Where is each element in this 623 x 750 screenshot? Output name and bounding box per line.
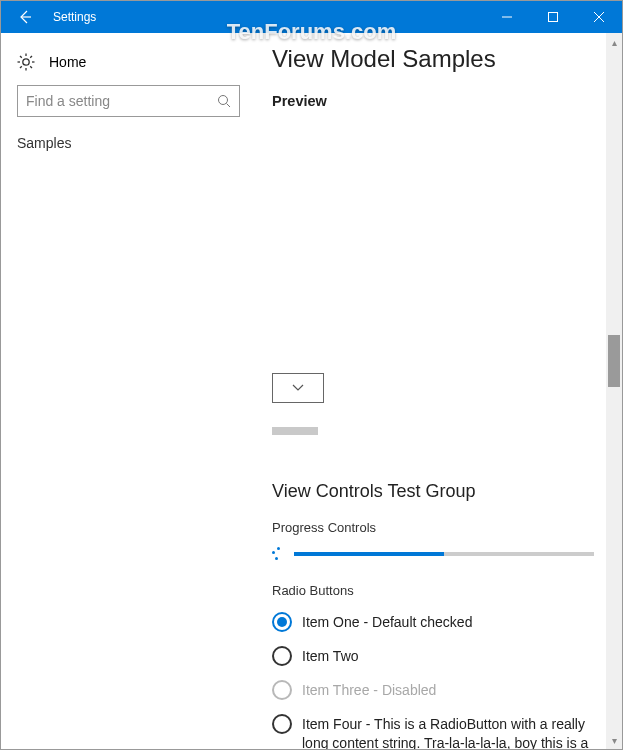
sidebar-item-samples[interactable]: Samples xyxy=(17,117,240,159)
scroll-up-icon[interactable]: ▴ xyxy=(606,33,622,51)
radio-item-one[interactable]: Item One - Default checked xyxy=(272,612,594,632)
scroll-down-icon[interactable]: ▾ xyxy=(606,731,622,749)
back-button[interactable] xyxy=(1,1,49,33)
svg-line-10 xyxy=(30,66,32,68)
radio-circle-icon xyxy=(272,612,292,632)
section-title: View Controls Test Group xyxy=(272,481,594,502)
svg-point-13 xyxy=(219,96,228,105)
page-title: View Model Samples xyxy=(272,45,594,73)
progress-fill xyxy=(294,552,444,556)
body: Home Samples View Model Samples Preview … xyxy=(1,33,622,749)
home-nav[interactable]: Home xyxy=(17,49,240,85)
maximize-icon xyxy=(548,12,558,22)
scroll-thumb[interactable] xyxy=(608,335,620,387)
sidebar: Home Samples xyxy=(1,33,256,749)
close-icon xyxy=(594,12,604,22)
radio-group: Item One - Default checked Item Two Item… xyxy=(272,612,594,749)
svg-line-11 xyxy=(20,66,22,68)
radio-label: Item Four - This is a RadioButton with a… xyxy=(302,714,594,749)
progress-controls-label: Progress Controls xyxy=(272,520,594,535)
dropdown[interactable] xyxy=(272,373,324,403)
radio-circle-icon xyxy=(272,646,292,666)
progress-row xyxy=(272,547,594,561)
radio-circle-icon xyxy=(272,714,292,734)
search-icon xyxy=(217,94,231,108)
titlebar: Settings xyxy=(1,1,622,33)
window-controls xyxy=(484,1,622,33)
content-pane: View Model Samples Preview View Controls… xyxy=(256,33,622,749)
radio-item-three: Item Three - Disabled xyxy=(272,680,594,700)
scrollbar[interactable]: ▴ ▾ xyxy=(606,33,622,749)
radio-label: Item Two xyxy=(302,646,359,666)
search-box[interactable] xyxy=(17,85,240,117)
svg-line-9 xyxy=(20,56,22,58)
radio-label: Item Three - Disabled xyxy=(302,680,436,700)
gear-icon xyxy=(17,53,35,71)
svg-line-14 xyxy=(227,104,231,108)
radio-circle-icon xyxy=(272,680,292,700)
radio-label: Item One - Default checked xyxy=(302,612,472,632)
minimize-icon xyxy=(502,12,512,22)
search-input[interactable] xyxy=(26,93,217,109)
progress-ring-icon xyxy=(272,547,286,561)
preview-label: Preview xyxy=(272,93,594,109)
progress-bar xyxy=(294,552,594,556)
close-button[interactable] xyxy=(576,1,622,33)
radio-item-two[interactable]: Item Two xyxy=(272,646,594,666)
placeholder-bar xyxy=(272,427,318,435)
minimize-button[interactable] xyxy=(484,1,530,33)
svg-rect-1 xyxy=(549,13,558,22)
back-arrow-icon xyxy=(17,9,33,25)
chevron-down-icon xyxy=(292,384,304,392)
home-label: Home xyxy=(49,54,86,70)
radio-buttons-label: Radio Buttons xyxy=(272,583,594,598)
svg-line-12 xyxy=(30,56,32,58)
app-title: Settings xyxy=(53,10,96,24)
svg-point-4 xyxy=(23,59,29,65)
radio-item-four[interactable]: Item Four - This is a RadioButton with a… xyxy=(272,714,594,749)
maximize-button[interactable] xyxy=(530,1,576,33)
